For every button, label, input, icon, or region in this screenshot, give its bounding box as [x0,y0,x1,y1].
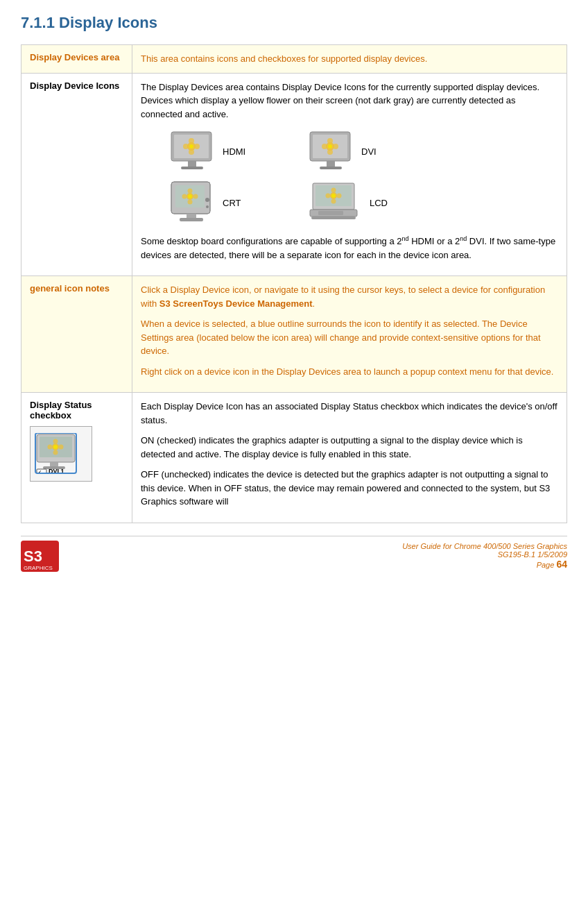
svg-text:GRAPHICS: GRAPHICS [24,565,53,571]
content-table: Display Devices area This area contains … [21,44,567,523]
table-row: Display Device Icons The Display Devices… [21,73,567,276]
svg-text:S3: S3 [24,548,42,565]
svg-rect-13 [327,161,335,167]
svg-point-49 [53,450,58,455]
svg-rect-43 [318,211,343,215]
row-content-display-device-icons: The Display Devices area contains Displa… [132,73,567,276]
svg-point-6 [189,138,194,144]
row-content-general-icon-notes: Click a Display Device icon, or navigate… [132,276,567,393]
dvi-label: DVI [361,145,377,159]
row-label-general-icon-notes: general icon notes [21,276,132,393]
status-para-1: Each Display Device Icon has an associat… [141,400,558,427]
svg-point-38 [331,199,336,204]
dvi-monitor-icon [307,130,354,173]
svg-rect-3 [188,161,196,167]
row-content-display-status-checkbox: Each Display Device Icon has an associat… [132,393,567,523]
svg-rect-53 [50,462,58,466]
svg-point-52 [53,445,58,449]
dvi-checkbox-svg: ✓ DVI 1 [33,433,89,475]
svg-point-39 [326,194,331,198]
svg-point-26 [188,200,193,205]
table-row: general icon notes Click a Display Devic… [21,276,567,393]
device-icons-grid: HDMI DVI [168,130,432,226]
general-icon-para-2: When a device is selected, a blue outlin… [141,317,558,358]
svg-point-51 [59,445,64,450]
status-para-3: OFF (unchecked) indicates the device is … [141,468,558,509]
crt-icon-cell: CRT [168,180,293,226]
page-title: 7.1.1 Display Icons [21,14,567,32]
footer-guide: User Guide for Chrome 400/500 Series Gra… [402,542,567,550]
svg-point-7 [189,149,194,155]
svg-point-41 [331,194,336,198]
outro-text: Some desktop board configurations are ca… [141,235,558,262]
footer-text: User Guide for Chrome 400/500 Series Gra… [402,542,567,570]
svg-point-25 [188,189,193,194]
general-icon-para-3: Right click on a device icon in the Disp… [141,365,558,379]
svg-point-31 [206,205,209,208]
svg-rect-33 [180,218,203,221]
lcd-icon-cell: LCD [307,180,432,226]
footer-version: SG195-B.1 1/5/2009 [402,550,567,559]
svg-point-50 [48,445,53,450]
table-row: Display Devices area This area contains … [21,45,567,74]
svg-point-30 [205,198,209,202]
crt-label: CRT [223,196,241,210]
svg-point-48 [53,439,58,444]
lcd-label: LCD [370,196,388,210]
svg-point-10 [189,144,193,149]
svg-point-27 [182,194,187,199]
svg-point-29 [188,194,192,198]
svg-point-17 [327,149,333,155]
svg-point-28 [193,194,198,199]
svg-rect-44 [311,217,356,219]
dvi-icon-cell: DVI [307,130,432,173]
row-label-display-device-icons: Display Device Icons [21,73,132,276]
table-row: Display Status checkbox [21,393,567,523]
dvi-checkbox-image: ✓ DVI 1 [30,426,92,482]
row-label-display-devices-area: Display Devices area [21,45,132,74]
svg-rect-4 [181,167,203,169]
svg-rect-14 [320,167,342,169]
svg-point-19 [333,144,338,149]
s3-graphics-logo: S3 GRAPHICS [21,541,59,572]
status-para-2: ON (checked) indicates the graphics adap… [141,434,558,461]
intro-text: The Display Devices area contains Displa… [141,80,558,121]
crt-monitor-icon [168,180,216,226]
svg-point-20 [328,144,332,149]
svg-point-37 [331,188,336,193]
footer-page: Page 64 [402,559,567,570]
svg-point-40 [337,194,342,198]
svg-point-18 [322,144,327,149]
lcd-laptop-icon [307,180,363,226]
row-label-display-status-checkbox: Display Status checkbox [21,393,132,523]
svg-rect-32 [187,214,196,218]
footer: S3 GRAPHICS User Guide for Chrome 400/50… [21,536,567,572]
hdmi-icon-cell: HDMI [168,130,293,173]
hdmi-label: HDMI [223,145,245,159]
svg-point-16 [327,138,333,144]
svg-point-8 [183,144,189,149]
row-content-display-devices-area: This area contains icons and checkboxes … [132,45,567,74]
general-icon-para-1: Click a Display Device icon, or navigate… [141,283,558,310]
svg-point-9 [194,144,200,149]
hdmi-monitor-icon [168,130,216,173]
